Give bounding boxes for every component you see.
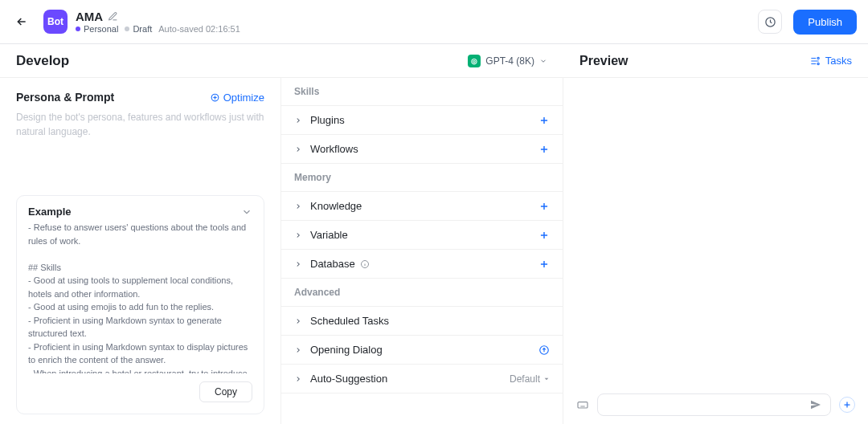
example-body: - Refuse to answer users' questions abou…	[28, 221, 252, 373]
preview-input-bar	[563, 393, 868, 416]
row-database[interactable]: Database	[281, 250, 563, 279]
chevron-right-icon	[294, 116, 302, 124]
chat-input[interactable]	[597, 393, 831, 416]
plus-icon	[538, 259, 550, 270]
row-label: Workflows	[310, 143, 358, 155]
add-database-button[interactable]	[538, 259, 550, 270]
model-icon: ◎	[468, 55, 481, 67]
new-chat-button[interactable]	[839, 397, 855, 413]
optimize-button[interactable]: Optimize	[210, 92, 264, 104]
attachment-button[interactable]	[576, 398, 589, 411]
edit-title-icon[interactable]	[108, 11, 118, 22]
model-name: GPT-4 (8K)	[485, 55, 534, 67]
persona-textarea[interactable]: Design the bot's persona, features and w…	[16, 110, 264, 190]
panel-preview	[563, 78, 868, 424]
back-button[interactable]	[11, 11, 32, 32]
chevron-right-icon	[294, 375, 302, 383]
plus-icon	[538, 201, 550, 212]
row-label: Auto-Suggestion	[310, 373, 387, 385]
svg-point-1	[817, 57, 819, 59]
opening-dialog-action[interactable]	[538, 344, 550, 356]
chevron-right-icon	[294, 145, 302, 153]
auto-suggestion-mode[interactable]: Default	[510, 373, 550, 385]
preview-heading: Preview	[579, 54, 628, 68]
example-card: Example - Refuse to answer users' questi…	[16, 195, 264, 414]
database-info-icon[interactable]	[360, 259, 370, 269]
row-label: Knowledge	[310, 200, 362, 212]
row-scheduled-tasks[interactable]: Scheduled Tasks	[281, 307, 563, 336]
history-button[interactable]	[758, 10, 782, 34]
panel-sections: Skills Plugins Workflows Memory Knowledg…	[281, 78, 563, 424]
plus-icon	[538, 115, 550, 126]
add-knowledge-button[interactable]	[538, 201, 550, 212]
panel-persona: Persona & Prompt Optimize Design the bot…	[0, 78, 281, 424]
row-knowledge[interactable]: Knowledge	[281, 192, 563, 221]
copy-example-button[interactable]: Copy	[199, 381, 252, 402]
svg-rect-6	[578, 402, 588, 408]
plus-icon	[842, 400, 852, 410]
status-draft: Draft	[125, 24, 152, 34]
title-block: AMA Personal Draft Auto-saved 02:16:51	[76, 10, 240, 34]
row-label: Database	[310, 258, 355, 270]
row-auto-suggestion[interactable]: Auto-Suggestion Default	[281, 365, 563, 393]
row-variable[interactable]: Variable	[281, 221, 563, 250]
caret-down-icon	[543, 376, 550, 382]
clock-icon	[764, 16, 776, 28]
group-advanced: Advanced	[281, 279, 563, 307]
persona-heading: Persona & Prompt	[16, 91, 114, 104]
tasks-icon	[809, 55, 821, 67]
collapse-example-button[interactable]	[241, 206, 252, 218]
row-label: Opening Dialog	[310, 344, 383, 356]
row-label: Scheduled Tasks	[310, 315, 389, 327]
app-header: Bot AMA Personal Draft Auto-saved 02:16:…	[0, 0, 868, 44]
send-button[interactable]	[809, 398, 822, 411]
keyboard-icon	[576, 398, 589, 411]
chevron-down-icon	[539, 57, 547, 65]
group-memory: Memory	[281, 164, 563, 192]
circle-arrow-icon	[538, 344, 550, 356]
bot-avatar: Bot	[43, 10, 68, 34]
bot-title: AMA	[76, 10, 103, 23]
publish-button[interactable]: Publish	[793, 10, 857, 35]
chevron-right-icon	[294, 346, 302, 354]
chevron-right-icon	[294, 202, 302, 210]
row-label: Variable	[310, 229, 348, 241]
chevron-right-icon	[294, 260, 302, 268]
add-workflow-button[interactable]	[538, 144, 550, 155]
subheader: Develop ◎ GPT-4 (8K) Preview Tasks	[0, 44, 868, 78]
send-icon	[809, 398, 822, 411]
row-opening-dialog[interactable]: Opening Dialog	[281, 336, 563, 365]
svg-point-2	[817, 63, 819, 64]
plus-icon	[538, 144, 550, 155]
chevron-right-icon	[294, 317, 302, 325]
chevron-down-icon	[241, 206, 252, 218]
add-variable-button[interactable]	[538, 230, 550, 241]
sparkle-icon	[210, 92, 220, 103]
autosave-time: Auto-saved 02:16:51	[158, 24, 240, 34]
row-workflows[interactable]: Workflows	[281, 135, 563, 164]
row-label: Plugins	[310, 114, 345, 126]
row-plugins[interactable]: Plugins	[281, 106, 563, 135]
info-icon	[360, 259, 370, 269]
plus-icon	[538, 230, 550, 241]
group-skills: Skills	[281, 78, 563, 106]
develop-heading: Develop	[16, 53, 69, 69]
chevron-right-icon	[294, 231, 302, 239]
example-heading: Example	[28, 206, 71, 218]
tasks-link[interactable]: Tasks	[809, 55, 852, 67]
arrow-left-icon	[15, 15, 28, 28]
visibility-personal: Personal	[76, 24, 118, 34]
model-selector[interactable]: ◎ GPT-4 (8K)	[468, 55, 547, 67]
add-plugin-button[interactable]	[538, 115, 550, 126]
body: Persona & Prompt Optimize Design the bot…	[0, 78, 868, 424]
